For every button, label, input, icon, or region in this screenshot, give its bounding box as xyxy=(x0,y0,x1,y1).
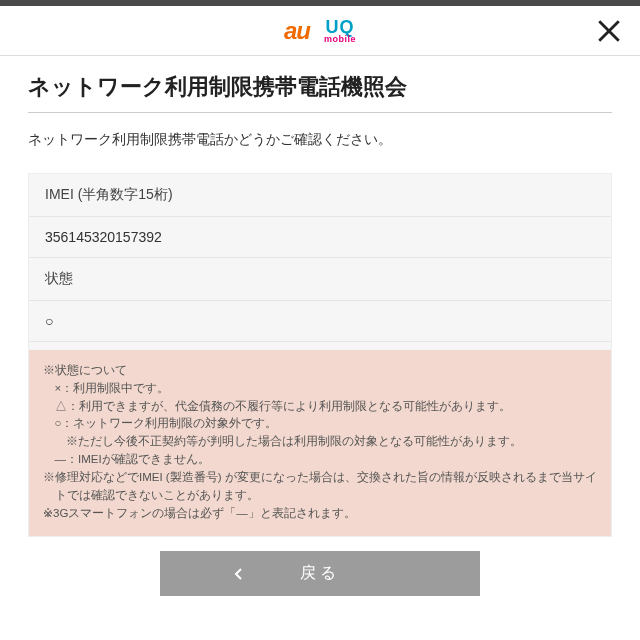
au-logo: au xyxy=(284,17,310,45)
result-card: IMEI (半角数字15桁) 356145320157392 状態 ○ ※状態に… xyxy=(28,173,612,537)
lead-text: ネットワーク利用制限携帯電話かどうかご確認ください。 xyxy=(28,113,612,173)
notice-dash: ―：IMEIが確認できません。 xyxy=(43,451,597,469)
button-row: 戻る xyxy=(28,551,612,596)
status-value: ○ xyxy=(29,301,611,342)
imei-label: IMEI (半角数字15桁) xyxy=(29,174,611,217)
notice-triangle: △：利用できますが、代金債務の不履行等により利用制限となる可能性があります。 xyxy=(43,398,597,416)
back-arrow-icon xyxy=(232,567,246,581)
notice-circle-sub: ※ただし今後不正契約等が判明した場合は利用制限の対象となる可能性があります。 xyxy=(43,433,597,451)
close-icon xyxy=(596,18,622,44)
notice-box: ※状態について ×：利用制限中です。 △：利用できますが、代金債務の不履行等によ… xyxy=(29,350,611,536)
back-button-label: 戻る xyxy=(300,563,340,584)
back-button[interactable]: 戻る xyxy=(160,551,480,596)
header: au UQ mobile xyxy=(0,6,640,56)
notice-head: ※状態について xyxy=(43,362,597,380)
uq-logo-top: UQ xyxy=(326,18,355,36)
notice-x: ×：利用制限中です。 xyxy=(43,380,597,398)
imei-value: 356145320157392 xyxy=(29,217,611,258)
uq-mobile-logo: UQ mobile xyxy=(324,18,356,44)
uq-logo-bottom: mobile xyxy=(324,35,356,44)
notice-circle: ○：ネットワーク利用制限の対象外です。 xyxy=(43,415,597,433)
status-label: 状態 xyxy=(29,258,611,301)
page-body: ネットワーク利用制限携帯電話機照会 ネットワーク利用制限携帯電話かどうかご確認く… xyxy=(0,56,640,596)
logo-group: au UQ mobile xyxy=(284,17,356,45)
page-title: ネットワーク利用制限携帯電話機照会 xyxy=(28,56,612,113)
notice-3g: ※3Gスマートフォンの場合は必ず「―」と表記されます。 xyxy=(43,505,597,523)
notice-repair: ※修理対応などでIMEI (製造番号) が変更になった場合は、交換された旨の情報… xyxy=(43,469,597,505)
close-button[interactable] xyxy=(592,14,626,48)
